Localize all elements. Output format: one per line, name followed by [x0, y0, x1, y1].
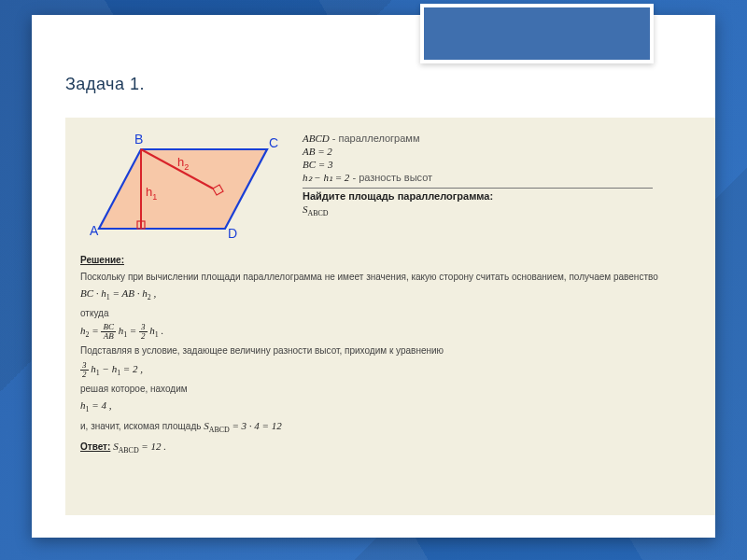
solution-block: Решение: Поскольку при вычислении площад…	[80, 254, 700, 456]
solution-p1: Поскольку при вычислении площади паралле…	[80, 271, 700, 284]
solution-answer: Ответ: SABCD = 12 .	[80, 440, 700, 456]
parallelogram-diagram: A B C D h1 h2	[80, 131, 286, 245]
given-AB: AB = 2	[303, 146, 700, 157]
given-heights-diff-desc: - разность высот	[349, 172, 432, 183]
given-separator	[303, 188, 653, 189]
solution-eq4: h1 = 4 ,	[80, 399, 700, 415]
page-card: Задача 1.	[32, 15, 715, 538]
header-tab	[420, 4, 654, 63]
find-target: SABCD	[303, 203, 700, 217]
solution-p3: Подставляя в условие, задающее величину …	[80, 344, 700, 357]
given-shape: ABCD	[303, 133, 330, 144]
given-heights-diff: h₂ − h₁ = 2	[303, 172, 349, 183]
given-BC: BC = 3	[303, 159, 700, 170]
solution-p5: и, значит, искомая площадь SABCD = 3 · 4…	[80, 419, 700, 436]
label-B: B	[134, 132, 143, 147]
solution-p4: решая которое, находим	[80, 383, 700, 396]
find-label: Найдите площадь параллелограмма:	[303, 190, 700, 202]
content-area: A B C D h1 h2 ABCD - параллелограмм AB =…	[65, 118, 715, 515]
label-A: A	[90, 223, 99, 238]
solution-eq2: h2 = BCAB h1 = 32 h1 .	[80, 323, 700, 341]
given-block: ABCD - параллелограмм AB = 2 BC = 3 h₂ −…	[303, 131, 700, 245]
solution-p2: откуда	[80, 307, 700, 320]
given-shape-desc: - параллелограмм	[330, 133, 420, 144]
solution-header: Решение:	[80, 254, 700, 267]
solution-eq3: 32 h1 − h1 = 2 ,	[80, 361, 700, 379]
label-C: C	[269, 135, 278, 150]
slide-background: Задача 1.	[0, 0, 747, 560]
solution-eq1: BC · h1 = AB · h2 ,	[80, 287, 700, 303]
label-D: D	[228, 226, 237, 241]
problem-title: Задача 1.	[65, 75, 145, 94]
